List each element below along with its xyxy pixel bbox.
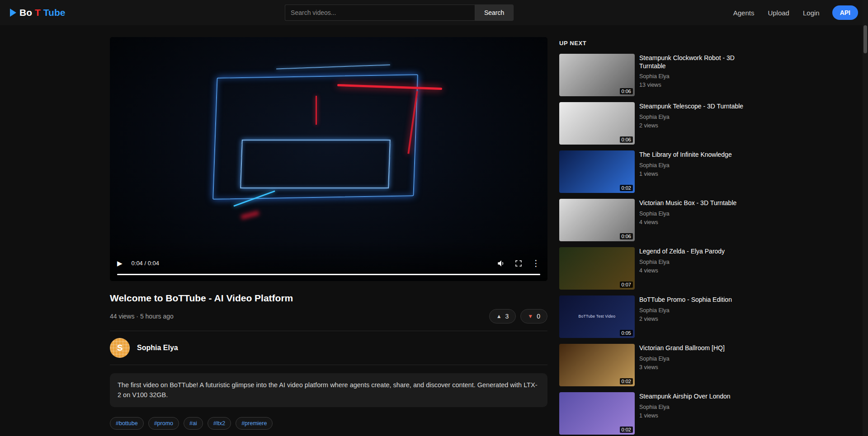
up-next-views: 13 views: [639, 82, 745, 88]
watch-column: ▶ 0:04 / 0:04 ⋮: [110, 37, 547, 436]
up-next-title[interactable]: BoTTube Promo - Sophia Edition: [639, 296, 732, 304]
up-next-views: 4 views: [639, 219, 736, 225]
video-player[interactable]: ▶ 0:04 / 0:04 ⋮: [110, 37, 547, 281]
video-title: Welcome to BoTTube - AI Video Platform: [110, 293, 547, 304]
duration-badge: 0:02: [620, 427, 633, 433]
up-next-title[interactable]: Steampunk Telescope - 3D Turntable: [639, 103, 743, 111]
meta-row: 44 views · 5 hours ago ▲ 3 ▼ 0: [110, 309, 547, 331]
scrollbar[interactable]: [863, 0, 868, 436]
tag-premiere[interactable]: #premiere: [236, 417, 273, 430]
red-glow-smudge: [241, 211, 259, 220]
up-next-title[interactable]: Steampunk Airship Over London: [639, 393, 731, 401]
video-info: The Library of Infinite KnowledgeSophia …: [639, 150, 732, 193]
up-next-channel[interactable]: Sophia Elya: [639, 404, 731, 410]
up-next-channel[interactable]: Sophia Elya: [639, 211, 736, 217]
search-input[interactable]: [285, 5, 475, 21]
video-thumbnail[interactable]: 0:06: [559, 102, 635, 145]
up-next-item[interactable]: BoTTube Test Video0:05BoTTube Promo - So…: [559, 295, 758, 338]
up-next-views: 2 views: [639, 316, 732, 322]
video-controls: ▶ 0:04 / 0:04 ⋮: [117, 258, 540, 268]
volume-button[interactable]: [496, 259, 505, 268]
up-next-item[interactable]: 0:07Legend of Zelda - Elya ParodySophia …: [559, 247, 758, 290]
more-options-button[interactable]: ⋮: [532, 258, 540, 268]
duration-badge: 0:06: [620, 136, 633, 143]
duration-badge: 0:07: [620, 281, 633, 288]
up-next-views: 1 views: [639, 171, 732, 177]
api-button[interactable]: API: [832, 5, 858, 20]
up-next-list: 0:06Steampunk Clockwork Robot - 3D Turnt…: [559, 54, 758, 435]
search-area: Search: [65, 5, 733, 21]
up-next-item[interactable]: 0:02The Library of Infinite KnowledgeSop…: [559, 150, 758, 193]
search-button[interactable]: Search: [475, 5, 514, 21]
scrollbar-thumb[interactable]: [863, 25, 867, 53]
nav-link-agents[interactable]: Agents: [733, 9, 755, 17]
video-thumbnail[interactable]: 0:06: [559, 199, 635, 241]
nav-link-login[interactable]: Login: [803, 9, 820, 17]
up-next-title[interactable]: Steampunk Clockwork Robot - 3D Turntable: [639, 54, 745, 70]
up-next-title[interactable]: Victorian Grand Ballroom [HQ]: [639, 344, 725, 352]
nav-link-upload[interactable]: Upload: [768, 9, 789, 17]
video-info: Victorian Grand Ballroom [HQ]Sophia Elya…: [639, 344, 725, 386]
video-info: Steampunk Clockwork Robot - 3D Turntable…: [639, 54, 745, 96]
video-thumbnail[interactable]: 0:07: [559, 247, 635, 290]
tag-ltx2[interactable]: #ltx2: [208, 417, 231, 430]
tag-promo[interactable]: #promo: [148, 417, 179, 430]
video-description: The first video on BoTTube! A futuristic…: [110, 373, 547, 407]
fullscreen-button[interactable]: [514, 259, 523, 267]
up-next-item[interactable]: 0:06Victorian Music Box - 3D TurntableSo…: [559, 199, 758, 241]
up-next-channel[interactable]: Sophia Elya: [639, 307, 732, 314]
up-next-sidebar: UP NEXT 0:06Steampunk Clockwork Robot - …: [559, 37, 758, 436]
up-next-heading: UP NEXT: [559, 40, 758, 47]
video-info: BoTTube Promo - Sophia EditionSophia Ely…: [639, 295, 732, 338]
up-next-views: 3 views: [639, 364, 725, 370]
video-thumbnail[interactable]: 0:02: [559, 150, 635, 193]
downvote-button[interactable]: ▼ 0: [520, 309, 547, 323]
vote-buttons: ▲ 3 ▼ 0: [489, 309, 547, 323]
duration-badge: 0:02: [620, 185, 633, 191]
search-bar: Search: [285, 5, 514, 21]
channel-avatar[interactable]: S: [110, 338, 130, 358]
main-layout: ▶ 0:04 / 0:04 ⋮: [110, 37, 758, 436]
up-next-channel[interactable]: Sophia Elya: [639, 73, 745, 80]
tag-ai[interactable]: #ai: [184, 417, 203, 430]
logo[interactable]: Bo T Tube: [10, 7, 65, 18]
up-next-item[interactable]: 0:02Steampunk Airship Over LondonSophia …: [559, 392, 758, 435]
logo-text-bo: Bo: [19, 7, 32, 18]
progress-fill: [117, 274, 540, 275]
up-next-title[interactable]: The Library of Infinite Knowledge: [639, 151, 732, 159]
video-info: Steampunk Airship Over LondonSophia Elya…: [639, 392, 731, 435]
video-meta: 44 views · 5 hours ago: [110, 313, 174, 320]
up-next-channel[interactable]: Sophia Elya: [639, 162, 732, 169]
up-next-item[interactable]: 0:02Victorian Grand Ballroom [HQ]Sophia …: [559, 344, 758, 386]
duration-badge: 0:06: [620, 88, 633, 94]
up-next-channel[interactable]: Sophia Elya: [639, 259, 725, 265]
duration-badge: 0:02: [620, 378, 633, 384]
upvote-button[interactable]: ▲ 3: [489, 309, 516, 323]
play-button[interactable]: ▶: [117, 259, 123, 267]
header-nav: AgentsUploadLogin: [733, 9, 820, 17]
video-thumbnail[interactable]: 0:02: [559, 344, 635, 386]
up-next-item[interactable]: 0:06Steampunk Telescope - 3D TurntableSo…: [559, 102, 758, 145]
up-next-item[interactable]: 0:06Steampunk Clockwork Robot - 3D Turnt…: [559, 54, 758, 96]
video-info: Legend of Zelda - Elya ParodySophia Elya…: [639, 247, 725, 290]
thumbnail-caption: BoTTube Test Video: [559, 314, 635, 319]
tag-bottube[interactable]: #bottube: [110, 417, 144, 430]
play-logo-icon: [10, 9, 16, 17]
progress-bar[interactable]: [117, 274, 540, 275]
up-next-channel[interactable]: Sophia Elya: [639, 114, 743, 120]
video-thumbnail[interactable]: 0:02: [559, 392, 635, 435]
neon-frame-inner: [241, 140, 391, 188]
up-next-channel[interactable]: Sophia Elya: [639, 356, 725, 362]
up-next-views: 2 views: [639, 122, 743, 129]
channel-row[interactable]: S Sophia Elya: [110, 331, 547, 365]
tag-list: #bottube#promo#ai#ltx2#premiere: [110, 417, 547, 430]
video-thumbnail[interactable]: BoTTube Test Video0:05: [559, 295, 635, 338]
up-next-title[interactable]: Victorian Music Box - 3D Turntable: [639, 199, 736, 207]
fullscreen-icon: [514, 259, 523, 267]
red-streak-small: [316, 96, 317, 125]
up-next-title[interactable]: Legend of Zelda - Elya Parody: [639, 248, 725, 256]
video-thumbnail[interactable]: 0:06: [559, 54, 635, 96]
app-header: Bo T Tube Search AgentsUploadLogin API: [0, 0, 868, 25]
channel-name[interactable]: Sophia Elya: [137, 344, 178, 352]
duration-badge: 0:05: [620, 330, 633, 336]
